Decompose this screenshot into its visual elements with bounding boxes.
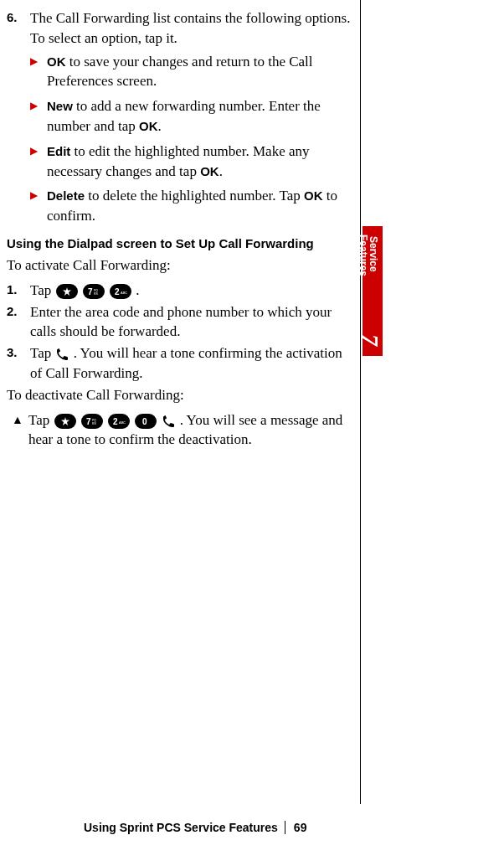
deactivate-intro: To deactivate Call Forwarding: <box>7 385 356 405</box>
svg-text:RS: RS <box>92 422 97 425</box>
step-number: 6. <box>7 8 30 49</box>
bullet-arrow-icon: ▶ <box>30 52 47 92</box>
step-6: 6. The Call Forwarding list contains the… <box>7 8 356 49</box>
svg-text:2: 2 <box>115 287 120 296</box>
key-star-icon <box>56 284 78 299</box>
vertical-divider <box>360 0 361 804</box>
svg-text:0: 0 <box>142 417 147 426</box>
step-number: 1. <box>7 281 30 301</box>
svg-text:2: 2 <box>113 417 118 426</box>
key-0-icon: 0 <box>135 414 157 429</box>
bullet-arrow-icon: ▶ <box>30 186 47 226</box>
svg-text:7: 7 <box>86 417 91 426</box>
bullet-arrow-icon: ▶ <box>30 142 47 182</box>
key-2-icon: 2ABC <box>110 284 131 299</box>
option-text: Delete to delete the highlighted number.… <box>47 186 356 226</box>
option-label: Edit <box>47 144 70 158</box>
svg-text:ABC: ABC <box>121 291 127 295</box>
key-star-icon <box>54 414 76 429</box>
sub-option-new: ▶ New to add a new forwarding number. En… <box>30 96 356 137</box>
option-text: Edit to edit the highlighted number. Mak… <box>47 142 356 182</box>
tab-label-line2: Service <box>368 236 378 272</box>
phone-handset-icon <box>162 414 177 429</box>
step-2: 2. Enter the area code and phone number … <box>7 302 356 343</box>
option-text: OK to save your changes and return to th… <box>47 52 356 92</box>
step-text: Tap 7PQRS 2ABC 0 . You will see a messag… <box>28 410 356 451</box>
key-2-icon: 2ABC <box>108 414 130 429</box>
svg-text:7: 7 <box>88 287 93 296</box>
page-content: 6. The Call Forwarding list contains the… <box>0 0 364 463</box>
bullet-triangle-icon: ▲ <box>12 410 28 451</box>
step-number: 3. <box>7 343 30 384</box>
option-label: Delete <box>47 188 85 203</box>
step-3: 3. Tap . You will hear a tone confirming… <box>7 343 356 384</box>
step-text: Tap 7PQRS 2ABC . <box>30 281 140 301</box>
key-7-icon: 7PQRS <box>81 414 103 429</box>
svg-text:ABC: ABC <box>119 420 126 425</box>
tab-chapter-number: 7 <box>357 334 383 346</box>
step-1: 1. Tap 7PQRS 2ABC . <box>7 281 356 301</box>
option-label: OK <box>47 54 66 69</box>
option-text: New to add a new forwarding number. Ente… <box>47 96 356 137</box>
chapter-tab: Features Service 7 <box>363 226 383 356</box>
step-text: Enter the area code and phone number to … <box>30 302 356 343</box>
step-text: Tap . You will hear a tone confirming th… <box>30 343 356 384</box>
step-number: 2. <box>7 302 30 343</box>
sub-option-delete: ▶ Delete to delete the highlighted numbe… <box>30 186 356 226</box>
section-heading: Using the Dialpad screen to Set Up Call … <box>7 236 356 250</box>
page-footer: Using Sprint PCS Service Features69 <box>84 821 313 834</box>
phone-handset-icon <box>55 347 70 362</box>
sub-option-list: ▶ OK to save your changes and return to … <box>30 52 356 226</box>
footer-title: Using Sprint PCS Service Features <box>84 821 278 834</box>
sub-option-edit: ▶ Edit to edit the highlighted number. M… <box>30 142 356 182</box>
deactivate-step: ▲ Tap 7PQRS 2ABC 0 . You will see a mess… <box>12 410 356 451</box>
step-text: The Call Forwarding list contains the fo… <box>30 8 356 49</box>
sub-option-ok: ▶ OK to save your changes and return to … <box>30 52 356 92</box>
bullet-arrow-icon: ▶ <box>30 96 47 137</box>
key-7-icon: 7PQRS <box>83 284 105 299</box>
footer-page-number: 69 <box>285 821 307 834</box>
activate-intro: To activate Call Forwarding: <box>7 255 356 276</box>
svg-text:RS: RS <box>94 292 99 296</box>
option-label: New <box>47 99 73 113</box>
